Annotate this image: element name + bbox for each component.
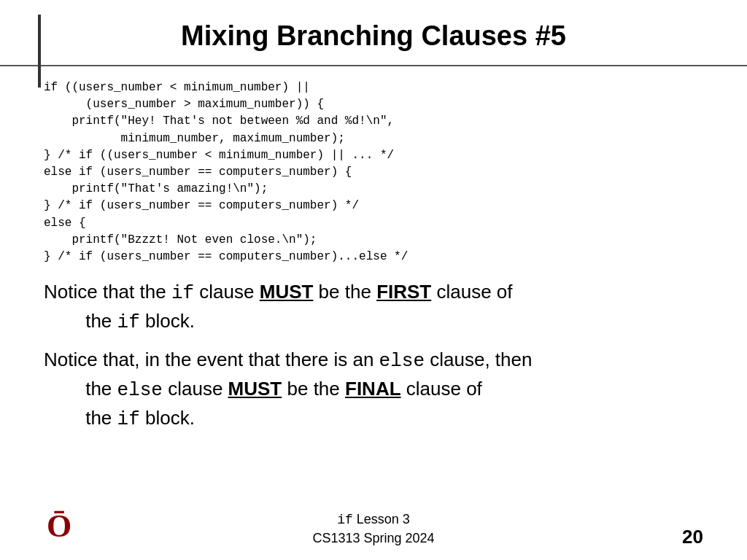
paragraph-2: Notice that, in the event that there is …	[44, 346, 703, 433]
page-number: 20	[682, 526, 703, 548]
para1-code1: if	[171, 282, 194, 304]
para1-must: MUST	[260, 281, 314, 303]
para1-suffix: clause of	[431, 281, 512, 303]
para1-middle2: be the	[313, 281, 376, 303]
para1-line2-suffix: block.	[140, 310, 195, 332]
para2-line3-suffix: block.	[140, 407, 195, 429]
para1-middle: clause	[194, 281, 260, 303]
para1-code2: if	[117, 311, 140, 333]
footer-lesson: Lesson 3	[353, 512, 410, 526]
para2-middle4: clause of	[401, 378, 482, 400]
ou-logo: Ō	[44, 508, 82, 548]
slide: Mixing Branching Clauses #5 if ((users_n…	[0, 0, 747, 560]
para2-prefix: Notice that, in the event that there is …	[44, 349, 379, 370]
para2-code3: if	[117, 408, 140, 430]
para2-final: FINAL	[345, 378, 401, 400]
para2-line3-prefix: the	[85, 407, 117, 429]
title-area: Mixing Branching Clauses #5	[0, 0, 747, 66]
footer: Ō if Lesson 3 CS1313 Spring 2024 20	[0, 510, 747, 548]
para2-middle2: clause	[163, 378, 228, 400]
code-block: if ((users_number < minimum_number) || (…	[44, 79, 703, 265]
footer-code: if	[337, 513, 353, 527]
footer-course: CS1313 Spring 2024	[312, 531, 434, 545]
svg-text:Ō: Ō	[47, 508, 71, 544]
footer-center: if Lesson 3 CS1313 Spring 2024	[312, 510, 434, 548]
para1-first: FIRST	[376, 281, 431, 303]
para2-must: MUST	[228, 378, 282, 400]
para2-line2-prefix: the	[85, 378, 117, 400]
para2-code1: else	[379, 350, 425, 372]
para2-middle3: be the	[282, 378, 345, 400]
content-area: if ((users_number < minimum_number) || (…	[0, 66, 747, 451]
slide-title: Mixing Branching Clauses #5	[44, 20, 703, 52]
para1-line2-prefix: the	[85, 310, 117, 332]
paragraph-1: Notice that the if clause MUST be the FI…	[44, 279, 703, 336]
para1-prefix: Notice that the	[44, 281, 171, 303]
para2-code2: else	[117, 379, 163, 401]
left-bar-decoration	[38, 15, 41, 88]
para2-middle: clause, then	[425, 349, 532, 370]
